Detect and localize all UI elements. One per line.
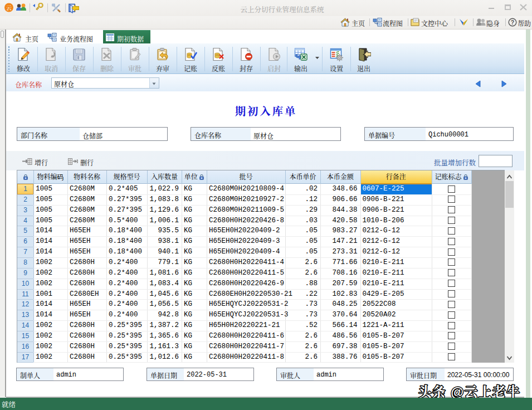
svg-text:云: 云 [6, 3, 12, 12]
svg-text:?: ? [511, 19, 514, 26]
